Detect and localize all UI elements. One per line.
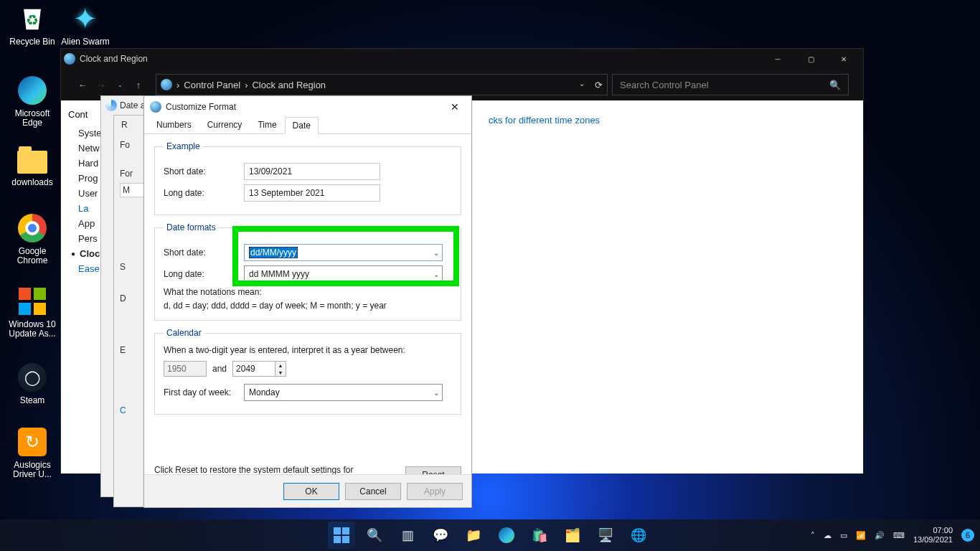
cancel-button[interactable]: Cancel: [345, 483, 401, 500]
desktop-icon-w10-update[interactable]: Windows 10 Update As...: [6, 286, 59, 339]
globe-icon: [150, 101, 161, 113]
and-label: and: [212, 364, 227, 374]
taskbar-taskview[interactable]: ▥: [394, 522, 421, 549]
content-link[interactable]: cks for different time zones: [489, 115, 849, 126]
breadcrumb[interactable]: › Control Panel › Clock and Region ⌄ ⟳: [156, 74, 608, 95]
refresh-button[interactable]: ⟳: [595, 80, 603, 90]
short-date-label: Short date:: [164, 166, 237, 176]
minimize-button[interactable]: ─: [761, 49, 794, 69]
sub1-title: Date a: [120, 100, 145, 110]
tray-battery-icon[interactable]: ▭: [840, 531, 847, 540]
short-date-format-combo[interactable]: dd/MM/yyyy ⌄: [244, 244, 443, 261]
tab-numbers[interactable]: Numbers: [149, 116, 199, 133]
titlebar[interactable]: Clock and Region ─ ▢ ✕: [61, 49, 863, 69]
close-button[interactable]: ✕: [827, 49, 860, 69]
long-format-value: dd MMMM yyyy: [249, 269, 309, 279]
taskbar-chat[interactable]: 💬: [427, 522, 454, 549]
sub2-l6[interactable]: C: [120, 404, 146, 417]
search-input[interactable]: Search Control Panel 🔍: [612, 74, 849, 95]
window-icon: [64, 53, 75, 65]
back-button[interactable]: ←: [75, 80, 90, 90]
long-date-label: Long date:: [164, 188, 237, 198]
close-button[interactable]: ✕: [444, 96, 466, 118]
reset-button[interactable]: Reset: [405, 466, 461, 474]
taskbar-search[interactable]: 🔍: [361, 522, 388, 549]
tab-currency[interactable]: Currency: [199, 116, 250, 133]
tab-date[interactable]: Date: [285, 117, 319, 134]
first-day-value: Monday: [249, 387, 280, 397]
maximize-button[interactable]: ▢: [794, 49, 827, 69]
customize-format-dialog: Customize Format ✕ Numbers Currency Time…: [143, 95, 472, 508]
breadcrumb-chevron-icon[interactable]: ⌄: [579, 80, 585, 90]
desktop-icon-steam[interactable]: ◯ Steam: [6, 362, 59, 405]
taskbar[interactable]: 🔍 ▥ 💬 📁 🛍️ 🗂️ 🖥️ 🌐 ˄ ☁ ▭ 📶 🔊 ⌨ 07:00 13/…: [0, 519, 980, 551]
taskbar-app2[interactable]: 🖥️: [592, 522, 619, 549]
window-title: Clock and Region: [80, 54, 148, 64]
desktop-icon-chrome[interactable]: Google Chrome: [6, 212, 59, 265]
example-legend: Example: [164, 141, 203, 151]
dialog-titlebar[interactable]: Customize Format ✕: [144, 96, 471, 118]
chrome-label: Google Chrome: [6, 247, 59, 265]
group-calendar: Calendar When a two-digit year is entere…: [154, 328, 461, 415]
year-to-input[interactable]: 2049: [232, 361, 275, 377]
recent-button[interactable]: ⌄: [113, 82, 127, 88]
short-format-label: Short date:: [164, 248, 237, 258]
two-digit-label: When a two-digit year is entered, interp…: [164, 345, 452, 355]
taskbar-explorer[interactable]: 📁: [460, 522, 487, 549]
tray-time: 07:00: [913, 526, 953, 535]
spin-down-icon[interactable]: ▼: [275, 369, 286, 376]
dialog-title: Customize Format: [166, 102, 444, 112]
year-spinner[interactable]: ▲▼: [275, 361, 286, 377]
sub2-l1: For: [120, 167, 146, 180]
ok-button[interactable]: OK: [283, 483, 339, 500]
tray-volume-icon[interactable]: 🔊: [875, 531, 885, 540]
notification-count[interactable]: 6: [961, 529, 974, 542]
recycle-bin-label: Recycle Bin: [6, 37, 59, 47]
taskbar-edge[interactable]: [493, 522, 520, 549]
start-button[interactable]: [328, 522, 355, 549]
bc-1[interactable]: Control Panel: [184, 80, 240, 90]
reset-description: Click Reset to restore the system defaul…: [154, 465, 355, 474]
system-tray[interactable]: ˄ ☁ ▭ 📶 🔊 ⌨ 07:00 13/09/2021 6: [811, 526, 974, 545]
sub2-l4: D: [120, 292, 146, 305]
steam-label: Steam: [6, 396, 59, 405]
up-button[interactable]: ↑: [131, 80, 146, 90]
tab-time[interactable]: Time: [250, 116, 284, 133]
taskbar-region[interactable]: 🌐: [625, 522, 652, 549]
long-format-label: Long date:: [164, 269, 237, 279]
tray-clock[interactable]: 07:00 13/09/2021: [913, 526, 953, 545]
sub2-tab[interactable]: Fo: [120, 138, 146, 151]
bc-2[interactable]: Clock and Region: [252, 80, 326, 90]
sub2-l3: S: [120, 260, 146, 273]
apply-button[interactable]: Apply: [407, 483, 463, 500]
bc-sep: ›: [245, 80, 248, 90]
spin-up-icon[interactable]: ▲: [275, 362, 286, 369]
desktop-icon-downloads[interactable]: downloads: [6, 143, 59, 187]
first-day-label: First day of week:: [164, 387, 237, 397]
desktop-icon-edge[interactable]: Microsoft Edge: [6, 75, 59, 128]
long-date-format-combo[interactable]: dd MMMM yyyy ⌄: [244, 265, 443, 283]
desktop-icon-auslogics[interactable]: Auslogics Driver U...: [6, 426, 59, 479]
year-from: 1950: [164, 361, 207, 377]
long-date-example: 13 September 2021: [244, 184, 380, 202]
desktop-icon-recycle-bin[interactable]: Recycle Bin: [6, 3, 59, 47]
sub2-l2[interactable]: M: [120, 183, 146, 197]
tray-chevron-icon[interactable]: ˄: [811, 531, 815, 540]
first-day-combo[interactable]: Monday ⌄: [244, 384, 443, 401]
tray-date: 13/09/2021: [913, 535, 953, 545]
alien-swarm-label: Alien Swarm: [59, 37, 112, 47]
tray-onedrive-icon[interactable]: ☁: [824, 531, 831, 540]
calendar-legend: Calendar: [164, 328, 204, 338]
taskbar-app[interactable]: 🗂️: [559, 522, 586, 549]
downloads-label: downloads: [6, 178, 59, 187]
formats-legend: Date formats: [164, 222, 219, 232]
tray-wifi-icon[interactable]: 📶: [856, 531, 866, 540]
chevron-down-icon: ⌄: [433, 249, 439, 257]
forward-button[interactable]: →: [94, 80, 108, 90]
taskbar-store[interactable]: 🛍️: [526, 522, 553, 549]
chevron-down-icon: ⌄: [433, 270, 439, 278]
desktop-icon-alien-swarm[interactable]: ✦ Alien Swarm: [59, 3, 112, 47]
tray-input-icon[interactable]: ⌨: [893, 531, 905, 540]
group-example: Example Short date: 13/09/2021 Long date…: [154, 141, 461, 215]
chevron-down-icon: ⌄: [433, 389, 439, 397]
